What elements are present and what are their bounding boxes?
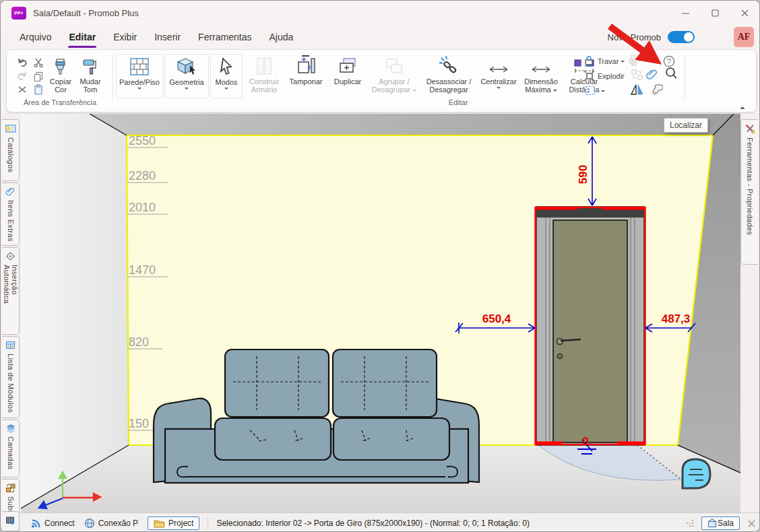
svg-text:487,3: 487,3 (662, 312, 691, 325)
chevron-down-icon (137, 88, 141, 92)
group-icon (369, 54, 419, 75)
localizar-tooltip: Localizar (664, 118, 708, 133)
novo-promob-toggle[interactable] (668, 31, 695, 43)
menu-editar[interactable]: Editar (60, 28, 104, 46)
copy-icon[interactable] (32, 70, 44, 82)
wall-floor-icon (117, 55, 162, 76)
selection-filter-button[interactable] (585, 85, 605, 96)
sidebar-tab-lista-de-modulos[interactable]: Lista de Módulos (2, 336, 20, 418)
tab-label: Camadas (7, 436, 15, 469)
chat-bubble-icon[interactable] (683, 459, 710, 488)
tab-label: Inserção Automática (3, 265, 19, 334)
menu-exibir[interactable]: Exibir (104, 28, 146, 46)
desassociar-label: Desassociar / Desagregar (426, 77, 472, 94)
room-button[interactable]: Sala (701, 517, 740, 530)
toggle-knob (684, 32, 693, 42)
menu-arquivo[interactable]: Arquivo (11, 28, 60, 46)
room-label: Sala (718, 519, 734, 528)
change-tone-icon (75, 54, 105, 75)
modos-button[interactable]: Modos (210, 54, 243, 98)
desassociar-button[interactable]: Desassociar / Desagregar (420, 54, 477, 94)
left-sidebar-strip: Catálogos Itens Extras Inserção Automáti… (1, 114, 22, 531)
resize-grip[interactable] (687, 519, 695, 527)
connect-label: Connect (44, 519, 75, 528)
status-right-area: Sala (687, 517, 755, 530)
tools-icon (745, 123, 755, 134)
chevron-down-icon (224, 88, 228, 92)
lasso-icon[interactable] (651, 84, 663, 96)
chevron-down-icon (185, 88, 189, 92)
travar-label: Travar (598, 57, 619, 65)
duplicar-label: Duplicar (334, 77, 361, 86)
sidebar-tab-ferramentas-propriedades[interactable]: Ferramentas - Propriedades (740, 119, 758, 265)
selection-status-text: Selecionado: Interior 02 -> Porta de Gir… (216, 519, 530, 528)
duplicar-button[interactable]: Duplicar (329, 54, 367, 86)
minimize-button[interactable] (670, 1, 700, 25)
search-icon[interactable] (664, 67, 676, 79)
tamponar-button[interactable]: Tamponar (284, 54, 327, 86)
sidebar-tab-partial[interactable] (2, 511, 20, 531)
modos-label: Modos (215, 78, 237, 86)
app-window: PP+ Sala/Default - Promob Plus Arquivo E… (0, 0, 760, 532)
mirror-icon[interactable] (631, 84, 643, 96)
paperclip-icon[interactable] (645, 69, 658, 81)
status-bar: Connect Conexão P Project Selecionado: I… (21, 512, 759, 532)
status-close-icon[interactable] (748, 520, 755, 527)
svg-text:2280: 2280 (129, 169, 156, 182)
dimensao-maxima-button[interactable]: Dimensão Máxima (520, 54, 562, 94)
travar-button[interactable]: Travar (583, 55, 625, 67)
copiar-cor-button[interactable]: Copiar Cor (46, 54, 75, 94)
window-controls (670, 1, 759, 25)
swap-icon (631, 69, 643, 81)
tab-label: Catálogos (7, 137, 15, 172)
delete-icon[interactable] (16, 84, 28, 96)
svg-text:820: 820 (129, 335, 149, 349)
connect-button[interactable]: Connect (30, 518, 75, 529)
scene-viewport[interactable]: 2550 2280 2010 1470 820 150 (21, 114, 740, 512)
centralizar-label: Centralizar (480, 77, 516, 86)
maximize-button[interactable] (700, 1, 730, 25)
menu-inserir[interactable]: Inserir (146, 28, 189, 46)
svg-text:650,4: 650,4 (482, 312, 511, 325)
mudar-tom-button[interactable]: Mudar Tom (75, 54, 105, 94)
status-separator (208, 517, 208, 529)
project-button[interactable]: Project (148, 517, 199, 530)
window-title: Sala/Default - Promob Plus (33, 8, 139, 18)
sidebar-tab-itens-extras[interactable]: Itens Extras (2, 182, 20, 246)
geometria-button[interactable]: Geometria (164, 54, 209, 98)
room-icon (707, 519, 718, 528)
explode-icon (583, 70, 595, 81)
copy-color-icon (46, 54, 75, 75)
tab-label: Ferramentas - Propriedades (746, 137, 754, 235)
menu-ferramentas[interactable]: Ferramentas (189, 28, 260, 46)
explodir-button[interactable]: Explodir (583, 70, 625, 81)
conexao-button[interactable]: Conexão P (84, 518, 138, 529)
lock-icon (583, 55, 595, 67)
explodir-label: Explodir (598, 72, 625, 80)
paste-icon[interactable] (32, 84, 44, 96)
cut-icon[interactable] (32, 57, 44, 69)
copiar-cor-label: Copiar Cor (50, 77, 71, 94)
menu-right-area: Novo Promob AF (608, 27, 759, 47)
mudar-tom-label: Mudar Tom (80, 77, 100, 94)
collapse-ribbon-icon[interactable] (740, 104, 745, 109)
right-sidebar-strip: Ferramentas - Propriedades (738, 114, 759, 512)
centralizar-button[interactable]: Centralizar (478, 54, 519, 91)
sidebar-tab-camadas[interactable]: Camadas (2, 420, 20, 477)
door[interactable] (536, 207, 646, 445)
menu-ajuda[interactable]: Ajuda (260, 28, 302, 46)
undo-icon[interactable] (16, 57, 28, 69)
sidebar-tab-catalogos[interactable]: Catálogos (2, 119, 20, 181)
room-scene[interactable]: 2550 2280 2010 1470 820 150 (21, 114, 740, 512)
door-leaf[interactable] (553, 220, 627, 442)
cursor-icon (211, 55, 242, 76)
sidebar-tab-insercao-automatica[interactable]: Inserção Automática (2, 247, 20, 335)
close-button[interactable] (730, 1, 759, 25)
ribbon-separator (685, 55, 685, 100)
tab-label: Itens Extras (7, 200, 15, 242)
parede-piso-button[interactable]: Parede/Piso (116, 54, 163, 98)
redo-icon[interactable] (16, 70, 28, 82)
profile-badge[interactable]: AF (734, 27, 754, 47)
unlink-icon (420, 54, 477, 75)
project-label: Project (168, 519, 193, 528)
